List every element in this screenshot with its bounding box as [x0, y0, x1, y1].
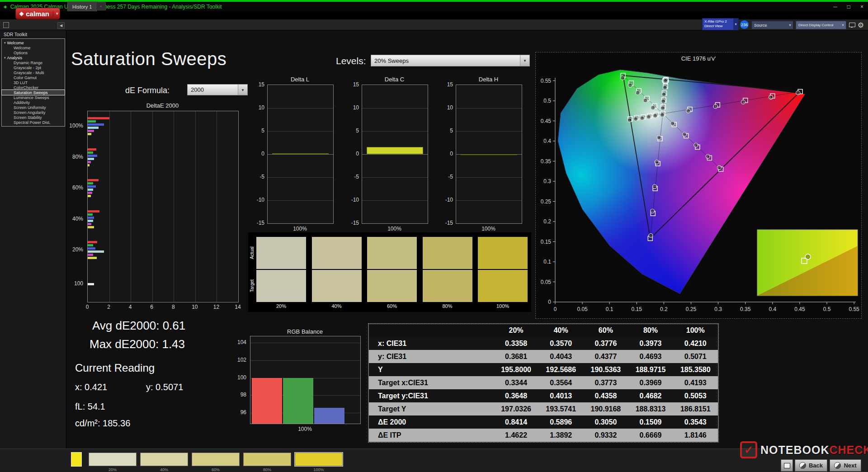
table-col-header: 40% — [538, 324, 583, 337]
sidebar-item-welcome[interactable]: Welcome — [2, 45, 65, 50]
actual-row-label: Actual — [249, 237, 255, 269]
table-col-header: 20% — [494, 324, 538, 337]
svg-text:0.05: 0.05 — [577, 306, 588, 312]
sidebar-item-saturation-sweeps[interactable]: Saturation Sweeps — [2, 90, 65, 95]
rgb-xlabel: 100% — [250, 426, 360, 432]
svg-text:0.55: 0.55 — [541, 78, 552, 84]
deltae-x-tick: 8 — [166, 304, 180, 310]
display-control-dropdown[interactable]: Direct Display Control ▾ — [796, 21, 846, 29]
sidebar-item-spectral-power-dist-[interactable]: Spectral Power Dist. — [2, 120, 65, 125]
bottom-bar: 20%40%60%80%100% — [0, 448, 868, 472]
deltae-bar — [88, 217, 94, 219]
swatch-col-label: 60% — [367, 303, 417, 309]
sidebar-item-3d-lut[interactable]: 3D LUT — [2, 80, 65, 85]
actual-swatch-60% — [367, 237, 417, 269]
notebookcheck-watermark: ✓ NOTEBOOKCHECK — [740, 441, 868, 458]
pin-icon[interactable] — [3, 22, 9, 28]
meter-button[interactable]: X-Rite i1Pro 2 Direct View ▾ — [702, 18, 739, 30]
tab-history-1[interactable]: History 1 — [67, 1, 97, 11]
delta-c-title: Delta C — [362, 76, 427, 83]
tree-expander-icon[interactable]: ▾ — [4, 56, 6, 60]
level-swatch-100%[interactable] — [295, 453, 343, 466]
back-button[interactable]: Back — [795, 459, 827, 472]
sidebar-item-dynamic-range[interactable]: Dynamic Range — [2, 60, 65, 65]
table-row: Target Y197.0326193.5741190.9168188.8313… — [369, 402, 718, 415]
de-formula-label: dE Formula: — [125, 86, 170, 95]
deltae-x-tick: 6 — [145, 304, 159, 310]
tree-group-welcome[interactable]: ▾Welcome — [2, 40, 65, 45]
deltae-row-label: 80% — [72, 154, 83, 160]
deltae-bar — [88, 127, 99, 129]
settings-button[interactable]: ⚙ — [857, 21, 865, 29]
deltae-bar — [88, 250, 104, 253]
next-button[interactable]: Next — [830, 459, 861, 472]
sidebar-item-grayscale-2pt[interactable]: Grayscale - 2pt — [2, 65, 65, 70]
de-formula-dropdown[interactable]: 2000 ▾ — [187, 84, 248, 95]
deltae-bar — [88, 220, 93, 222]
tree-group-analysis[interactable]: ▾Analysis — [2, 55, 65, 60]
dl-bar — [272, 153, 329, 154]
sidebar-item-screen-stability[interactable]: Screen Stability — [2, 115, 65, 120]
chevron-down-icon[interactable]: ▾ — [733, 19, 738, 30]
levels-dropdown[interactable]: 20% Sweeps ▾ — [371, 55, 530, 66]
sidebar: SDR Toolkit ▾WelcomeWelcomeOptions▾Analy… — [0, 30, 66, 448]
deltae-row-label: 100% — [69, 123, 83, 129]
svg-text:0.1: 0.1 — [606, 306, 613, 312]
add-tab-button[interactable]: ▫ — [96, 2, 106, 10]
rgb-balance-title: RGB Balance — [250, 328, 360, 335]
svg-text:0.55: 0.55 — [849, 306, 859, 312]
titlebar: ◈ Calman 2025 Calman Ultimate for Busine… — [0, 2, 868, 11]
sidebar-item-luminance-sweeps[interactable]: Luminance Sweeps — [2, 95, 65, 100]
sidebar-item-color-gamut[interactable]: Color Gamut — [2, 75, 65, 80]
deltae-bar — [88, 158, 94, 160]
deltae-bar — [88, 133, 91, 135]
deltae-x-tick: 12 — [209, 304, 223, 310]
sidebar-item-screen-uniformity[interactable]: Screen Uniformity — [2, 105, 65, 110]
sidebar-collapse-button[interactable]: ◀ — [57, 22, 65, 29]
deltae-bar — [88, 151, 93, 154]
display-icon-button[interactable] — [848, 21, 856, 29]
actual-swatch-20% — [256, 237, 306, 269]
delta-l-title: Delta L — [267, 76, 333, 83]
sidebar-item-colorchecker[interactable]: ColorChecker — [2, 85, 65, 90]
inset-measure-marker — [805, 254, 811, 260]
sidebar-item-additivity[interactable]: Additivity — [2, 100, 65, 105]
page-title: Saturation Sweeps — [71, 49, 226, 69]
svg-text:0.2: 0.2 — [660, 306, 668, 312]
dh-bar — [461, 154, 517, 155]
table-col-header: 80% — [628, 324, 673, 337]
current-x: x: 0.421 — [75, 382, 107, 392]
swatch-col-label: 80% — [423, 303, 472, 309]
meter-label: X-Rite i1Pro 2 Direct View — [703, 19, 733, 30]
calman-menu-button[interactable]: ◈ calman ▾ — [15, 8, 60, 19]
close-button[interactable]: × — [860, 4, 863, 10]
sidebar-item-screen-angularity[interactable]: Screen Angularity — [2, 110, 65, 115]
level-swatch-label: 100% — [295, 467, 343, 472]
meter-count-badge[interactable]: 236 — [740, 20, 749, 29]
level-swatch-60%[interactable] — [192, 453, 240, 466]
minimize-button[interactable]: ─ — [833, 4, 837, 10]
deltae-bar — [88, 155, 97, 157]
sidebar-item-options[interactable]: Options — [2, 50, 65, 55]
deltae-bar — [88, 123, 104, 126]
level-swatch-40%[interactable] — [140, 453, 188, 466]
tree-expander-icon[interactable]: ▾ — [4, 41, 6, 45]
svg-text:0.5: 0.5 — [543, 98, 551, 104]
svg-text:0.05: 0.05 — [541, 279, 552, 285]
svg-text:0.1: 0.1 — [543, 259, 551, 265]
deltae-bar — [88, 254, 93, 256]
notebookcheck-text: NOTEBOOKCHECK — [760, 444, 868, 457]
svg-text:0.2: 0.2 — [543, 218, 551, 225]
maximize-button[interactable]: □ — [847, 4, 850, 10]
table-row: x: CIE310.33580.35700.37760.39730.4210 — [369, 337, 718, 350]
pattern-window-button[interactable] — [781, 459, 793, 472]
monitor-icon — [849, 23, 855, 27]
svg-text:0.3: 0.3 — [714, 306, 722, 312]
sidebar-item-grayscale-multi[interactable]: Grayscale - Multi — [2, 70, 65, 75]
level-swatch-label: 20% — [89, 467, 137, 472]
source-dropdown[interactable]: Source ▾ — [751, 21, 793, 29]
dc-bar — [367, 147, 423, 154]
deltae-bar — [88, 210, 99, 212]
level-swatch-80%[interactable] — [243, 453, 291, 466]
level-swatch-20%[interactable] — [89, 453, 137, 466]
